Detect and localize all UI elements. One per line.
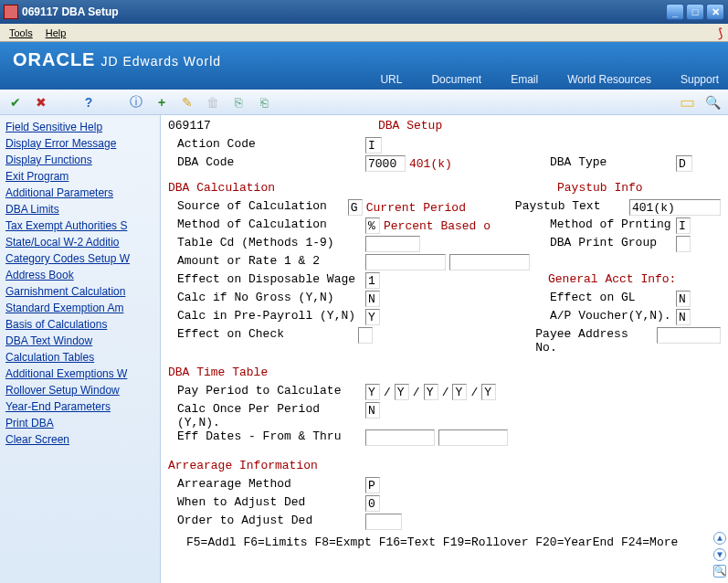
sidebar-item-13[interactable]: DBA Text Window	[0, 333, 160, 349]
sidebar-item-9[interactable]: Address Book	[0, 267, 160, 283]
eff-thru-input[interactable]	[438, 429, 508, 446]
edit-icon[interactable]: ✎	[179, 94, 195, 111]
table-cd-input[interactable]	[365, 236, 420, 252]
screen-title: DBA Setup	[378, 119, 442, 132]
function-keys: F5=Addl F6=Limits F8=Exmpt F16=Text F19=…	[168, 532, 721, 549]
dba-code-desc: 401(k)	[409, 157, 452, 171]
dba-code-input[interactable]	[365, 155, 406, 172]
effect-check-input[interactable]	[358, 327, 373, 344]
calc-no-gross-input[interactable]	[365, 291, 380, 307]
sidebar-item-17[interactable]: Year-End Parameters	[0, 398, 160, 415]
sidebar-item-10[interactable]: Garnishment Calculation	[0, 283, 160, 300]
program-id: 069117	[168, 119, 378, 132]
arrearage-method-input[interactable]	[365, 477, 380, 493]
dba-type-label: DBA Type	[548, 155, 676, 169]
delete-icon: 🗑	[205, 94, 221, 111]
banner: ORACLE JD Edwards World URL Document Ema…	[0, 42, 728, 90]
general-acct-header: General Acct Info:	[548, 272, 676, 286]
export-icon[interactable]: ⎘	[230, 94, 247, 111]
nav-url[interactable]: URL	[380, 73, 402, 86]
nav-resources[interactable]: World Resources	[567, 73, 651, 86]
pay-period-3-input[interactable]	[424, 384, 438, 400]
close-button[interactable]: ✕	[706, 4, 724, 20]
method-calc-input[interactable]	[365, 217, 380, 234]
scroll-down-icon[interactable]: ▼	[713, 548, 726, 561]
calc-once-label: Calc Once Per Period (Y,N).	[168, 402, 365, 429]
table-cd-label: Table Cd (Methods 1-9)	[168, 236, 365, 249]
paystub-info-header: Paystub Info	[557, 181, 643, 195]
sidebar-item-14[interactable]: Calculation Tables	[0, 349, 160, 366]
sidebar-item-15[interactable]: Additional Exemptions W	[0, 366, 160, 382]
method-print-label: Method of Prnting	[548, 217, 676, 231]
dba-code-label: DBA Code	[168, 155, 365, 169]
zoom-icon[interactable]: 🔍	[713, 565, 726, 578]
info-icon[interactable]: ⓘ	[128, 94, 144, 111]
payee-addr-input[interactable]	[657, 327, 721, 344]
help-icon[interactable]: ?	[80, 94, 97, 111]
paystub-text-input[interactable]	[629, 199, 721, 216]
calc-once-input[interactable]	[365, 402, 380, 419]
source-calc-input[interactable]	[348, 199, 363, 216]
source-calc-label: Source of Calculation	[168, 199, 348, 213]
when-adjust-input[interactable]	[365, 495, 380, 512]
method-print-input[interactable]	[676, 217, 691, 234]
sidebar-item-19[interactable]: Clear Screen	[0, 431, 160, 448]
add-icon[interactable]: +	[153, 94, 170, 111]
sidebar-item-16[interactable]: Rollover Setup Window	[0, 382, 160, 398]
search-icon[interactable]: 🔍	[704, 94, 721, 111]
sidebar-item-12[interactable]: Basis of Calculations	[0, 316, 160, 333]
effect-gl-input[interactable]	[676, 291, 691, 307]
effect-disp-input[interactable]	[365, 272, 380, 289]
sidebar-item-1[interactable]: Display Error Message	[0, 135, 160, 152]
note-icon[interactable]: ▭	[679, 94, 695, 111]
calc-pre-input[interactable]	[365, 309, 380, 325]
accept-icon[interactable]: ✔	[7, 94, 24, 111]
eff-from-input[interactable]	[365, 429, 435, 446]
ap-voucher-input[interactable]	[676, 309, 691, 325]
eff-dates-label: Eff Dates - From & Thru	[168, 429, 365, 443]
nav-document[interactable]: Document	[431, 73, 481, 86]
cancel-icon[interactable]: ✖	[33, 94, 49, 111]
calc-no-gross-label: Calc if No Gross (Y,N)	[168, 291, 365, 304]
amount-rate1-input[interactable]	[365, 254, 446, 270]
sidebar-item-6[interactable]: Tax Exempt Authorities S	[0, 217, 160, 234]
dba-time-table-header: DBA Time Table	[168, 366, 268, 379]
pay-period-5-input[interactable]	[481, 384, 496, 400]
menu-help[interactable]: Help	[40, 26, 72, 39]
arrearage-method-label: Arrearage Method	[168, 477, 365, 491]
main-form: 069117 DBA Setup Action Code DBA Code 40…	[161, 115, 728, 583]
nav-support[interactable]: Support	[681, 73, 719, 86]
sidebar-item-8[interactable]: Category Codes Setup W	[0, 250, 160, 267]
sidebar-item-11[interactable]: Standard Exemption Am	[0, 300, 160, 316]
sidebar-item-5[interactable]: DBA Limits	[0, 201, 160, 217]
menu-tools[interactable]: Tools	[4, 26, 38, 39]
sidebar-item-18[interactable]: Print DBA	[0, 415, 160, 431]
minimize-button[interactable]: _	[666, 4, 684, 20]
pay-period-1-input[interactable]	[365, 384, 380, 400]
pay-period-4-input[interactable]	[452, 384, 467, 400]
sidebar-item-4[interactable]: Additional Parameters	[0, 185, 160, 201]
when-adjust-label: When to Adjust Ded	[168, 495, 365, 509]
sidebar-item-3[interactable]: Exit Program	[0, 168, 160, 185]
dba-print-group-input[interactable]	[676, 236, 691, 252]
maximize-button[interactable]: □	[686, 4, 704, 20]
action-code-input[interactable]	[365, 137, 382, 154]
import-icon[interactable]: ⎗	[256, 94, 272, 111]
amount-rate-label: Amount or Rate 1 & 2	[168, 254, 365, 268]
nav-email[interactable]: Email	[511, 73, 538, 86]
amount-rate2-input[interactable]	[449, 254, 530, 270]
sidebar: Field Sensitive HelpDisplay Error Messag…	[0, 115, 161, 583]
ap-voucher-label: A/P Voucher(Y,N).	[548, 309, 676, 323]
oracle-decoration: ⟆	[718, 26, 723, 40]
dba-type-input[interactable]	[676, 155, 692, 172]
sidebar-item-2[interactable]: Display Functions	[0, 152, 160, 168]
pay-period-2-input[interactable]	[395, 384, 409, 400]
sidebar-item-0[interactable]: Field Sensitive Help	[0, 119, 160, 135]
menubar: Tools Help ⟆	[0, 24, 728, 42]
action-code-label: Action Code	[168, 137, 365, 151]
app-icon	[4, 5, 18, 19]
brand-logo: ORACLE JD Edwards World	[13, 49, 221, 70]
sidebar-item-7[interactable]: State/Local W-2 Additio	[0, 234, 160, 250]
scroll-up-icon[interactable]: ▲	[713, 532, 726, 545]
order-adjust-input[interactable]	[365, 514, 402, 530]
